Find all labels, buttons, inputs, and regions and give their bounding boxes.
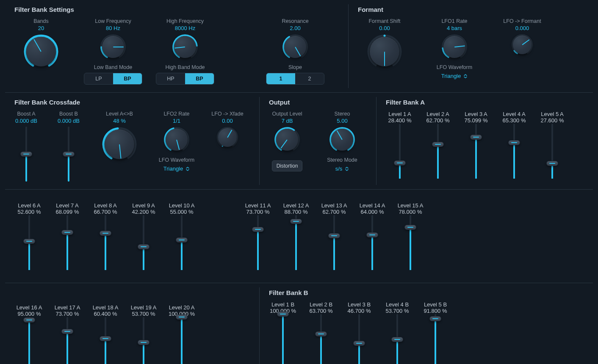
- level-a-4-value: 65.300 %: [503, 117, 526, 124]
- boost-a-slider[interactable]: [22, 127, 30, 182]
- formant-lfo-waveform-dropdown[interactable]: Triangle: [441, 73, 468, 79]
- level-b-5-label: Level 5 B: [424, 301, 447, 308]
- filter-bank-settings-title: Filter Bank Settings: [5, 0, 348, 16]
- level-a-19-value: 53.700 %: [132, 311, 155, 317]
- level-a-3-slider[interactable]: [472, 124, 480, 179]
- level-a-12-value: 88.700 %: [285, 209, 308, 215]
- formant-shift-value: 0.00: [379, 25, 390, 31]
- level-a-20-label: Level 20 A: [169, 304, 195, 311]
- lfo-to-formant-knob[interactable]: [511, 34, 533, 56]
- slope-toggle[interactable]: 1 2: [266, 73, 324, 85]
- output-level-knob[interactable]: [274, 127, 300, 153]
- level-b-5-slider[interactable]: [431, 314, 440, 364]
- level-a-11-label: Level 11 A: [245, 202, 271, 209]
- filter-bank-a-title: Filter Bank A: [377, 93, 593, 108]
- level-a-16-value: 95.000 %: [18, 311, 41, 317]
- level-a-13-slider[interactable]: [330, 215, 338, 270]
- level-a-9-value: 42.200 %: [132, 209, 155, 215]
- level-a-6-slider[interactable]: [25, 215, 33, 270]
- level-b-2-label: Level 2 B: [310, 301, 332, 308]
- stereo-mode-dropdown[interactable]: s/s: [335, 165, 349, 172]
- level-a-17-value: 73.700 %: [56, 311, 79, 317]
- high-band-mode-hp[interactable]: HP: [156, 73, 185, 84]
- chevron-updown-icon: [345, 167, 349, 171]
- level-a-8-value: 66.700 %: [94, 209, 117, 215]
- level-a-9-label: Level 9 A: [132, 202, 155, 209]
- level-a-7-value: 68.099 %: [56, 209, 79, 215]
- low-freq-value: 80 Hz: [106, 25, 120, 31]
- boost-b-value: 0.000 dB: [58, 118, 80, 124]
- level-a-16-label: Level 16 A: [17, 304, 42, 311]
- level-b-4-value: 53.700 %: [386, 308, 409, 314]
- low-band-mode-lp[interactable]: LP: [84, 73, 113, 84]
- formant-shift-label: Formant Shift: [368, 18, 400, 24]
- level-a-10-slider[interactable]: [177, 215, 186, 270]
- level-a-20-slider[interactable]: [177, 317, 186, 364]
- level-a-1-value: 28.400 %: [388, 117, 412, 124]
- high-band-mode-bp[interactable]: BP: [185, 73, 214, 84]
- crossfade-lfo-waveform-dropdown[interactable]: Triangle: [163, 165, 190, 172]
- chevron-updown-icon: [463, 74, 468, 78]
- level-a-9-slider[interactable]: [139, 215, 148, 270]
- lfo1-rate-knob[interactable]: [441, 34, 468, 60]
- level-a-19-label: Level 19 A: [131, 304, 157, 311]
- level-a-12-slider[interactable]: [292, 215, 300, 270]
- low-band-mode-toggle[interactable]: LP BP: [84, 73, 142, 85]
- lfo-xfade-label: LFO -> Xfade: [211, 111, 243, 117]
- resonance-knob[interactable]: [282, 34, 308, 60]
- level-a-15-value: 78.000 %: [399, 209, 422, 215]
- level-a-19-slider[interactable]: [139, 317, 148, 364]
- level-a-4-slider[interactable]: [510, 124, 518, 179]
- level-a-11-slider[interactable]: [254, 215, 262, 270]
- filter-bank-b-title: Filter Bank B: [260, 283, 593, 299]
- lfo-xfade-knob[interactable]: [216, 127, 238, 149]
- level-a-7-label: Level 7 A: [56, 202, 79, 209]
- formant-shift-knob[interactable]: [367, 34, 402, 69]
- level-b-3-slider[interactable]: [355, 314, 363, 364]
- high-freq-knob[interactable]: [172, 34, 198, 60]
- slope-opt-1[interactable]: 1: [266, 73, 295, 84]
- level-a-1-label: Level 1 A: [388, 111, 411, 117]
- crossfade-lfo-waveform-value: Triangle: [163, 165, 183, 172]
- level-b-1-slider[interactable]: [279, 314, 287, 364]
- level-b-2-slider[interactable]: [317, 314, 325, 364]
- level-a-14-slider[interactable]: [368, 215, 377, 270]
- level-a-4-label: Level 4 A: [503, 111, 526, 117]
- level-a-17-label: Level 17 A: [55, 304, 80, 311]
- level-a-17-slider[interactable]: [63, 317, 72, 364]
- level-ab-value: 48 %: [113, 118, 126, 124]
- high-band-mode-toggle[interactable]: HP BP: [156, 73, 214, 85]
- level-a-13-value: 62.700 %: [323, 209, 346, 215]
- level-a-5-slider[interactable]: [548, 124, 556, 179]
- resonance-label: Resonance: [282, 18, 308, 24]
- boost-b-slider[interactable]: [64, 127, 73, 182]
- level-a-8-slider[interactable]: [101, 215, 110, 270]
- level-a-15-slider[interactable]: [406, 215, 415, 270]
- lfo2-rate-knob[interactable]: [163, 127, 190, 153]
- distortion-button[interactable]: Distortion: [272, 160, 303, 171]
- level-a-7-slider[interactable]: [63, 215, 72, 270]
- lfo2-rate-label: LFO2 Rate: [163, 111, 189, 117]
- low-band-mode-bp[interactable]: BP: [113, 73, 142, 84]
- level-b-4-slider[interactable]: [393, 314, 401, 364]
- level-ab-knob[interactable]: [102, 127, 137, 162]
- resonance-value: 2.00: [290, 25, 300, 31]
- slope-opt-2[interactable]: 2: [295, 73, 324, 84]
- lfo1-rate-value: 4 bars: [447, 25, 462, 31]
- chevron-updown-icon: [185, 167, 190, 171]
- level-a-11-value: 73.700 %: [246, 209, 270, 215]
- level-a-18-slider[interactable]: [101, 317, 110, 364]
- stereo-knob[interactable]: [329, 127, 355, 153]
- level-a-16-slider[interactable]: [25, 317, 33, 364]
- lfo2-rate-value: 1/1: [173, 118, 180, 124]
- level-b-5-value: 91.800 %: [424, 308, 447, 314]
- bands-knob[interactable]: [23, 34, 59, 69]
- level-a-3-label: Level 3 A: [465, 111, 487, 117]
- low-freq-label: Low Frequency: [95, 18, 131, 24]
- level-a-1-slider[interactable]: [396, 124, 404, 179]
- stereo-value: 5.00: [337, 118, 347, 124]
- level-a-2-slider[interactable]: [434, 124, 442, 179]
- output-level-label: Output Level: [272, 111, 302, 117]
- low-freq-knob[interactable]: [100, 34, 126, 60]
- level-a-6-label: Level 6 A: [18, 202, 41, 209]
